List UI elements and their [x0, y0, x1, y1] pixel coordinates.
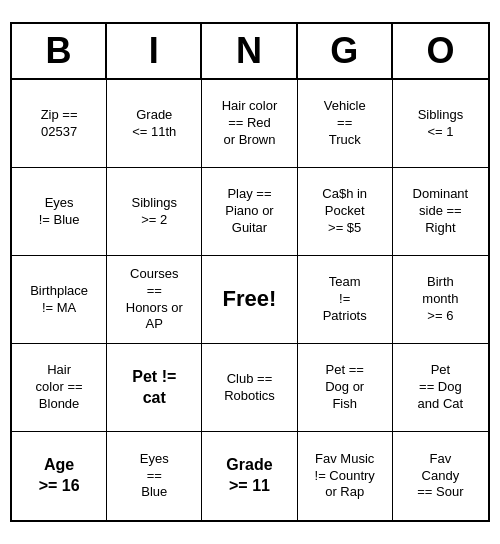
- bingo-cell-11: Courses == Honors or AP: [107, 256, 202, 344]
- bingo-header: BINGO: [12, 24, 488, 80]
- bingo-cell-19: Pet == Dog and Cat: [393, 344, 488, 432]
- bingo-cell-18: Pet == Dog or Fish: [298, 344, 393, 432]
- bingo-cell-23: Fav Music != Country or Rap: [298, 432, 393, 520]
- bingo-cell-0: Zip == 02537: [12, 80, 107, 168]
- bingo-cell-15: Hair color == Blonde: [12, 344, 107, 432]
- header-letter-o: O: [393, 24, 488, 78]
- bingo-grid: Zip == 02537Grade <= 11thHair color == R…: [12, 80, 488, 520]
- bingo-cell-6: Siblings >= 2: [107, 168, 202, 256]
- bingo-cell-10: Birthplace != MA: [12, 256, 107, 344]
- header-letter-b: B: [12, 24, 107, 78]
- bingo-cell-13: Team != Patriots: [298, 256, 393, 344]
- header-letter-i: I: [107, 24, 202, 78]
- bingo-cell-1: Grade <= 11th: [107, 80, 202, 168]
- bingo-cell-14: Birth month >= 6: [393, 256, 488, 344]
- header-letter-g: G: [298, 24, 393, 78]
- header-letter-n: N: [202, 24, 297, 78]
- bingo-cell-2: Hair color == Red or Brown: [202, 80, 297, 168]
- bingo-cell-20: Age >= 16: [12, 432, 107, 520]
- bingo-cell-7: Play == Piano or Guitar: [202, 168, 297, 256]
- bingo-cell-4: Siblings <= 1: [393, 80, 488, 168]
- bingo-card: BINGO Zip == 02537Grade <= 11thHair colo…: [10, 22, 490, 522]
- bingo-cell-9: Dominant side == Right: [393, 168, 488, 256]
- free-space: Free!: [202, 256, 297, 344]
- bingo-cell-16: Pet != cat: [107, 344, 202, 432]
- bingo-cell-8: Ca$h in Pocket >= $5: [298, 168, 393, 256]
- bingo-cell-5: Eyes != Blue: [12, 168, 107, 256]
- bingo-cell-21: Eyes == Blue: [107, 432, 202, 520]
- bingo-cell-24: Fav Candy == Sour: [393, 432, 488, 520]
- bingo-cell-3: Vehicle == Truck: [298, 80, 393, 168]
- bingo-cell-17: Club == Robotics: [202, 344, 297, 432]
- bingo-cell-22: Grade >= 11: [202, 432, 297, 520]
